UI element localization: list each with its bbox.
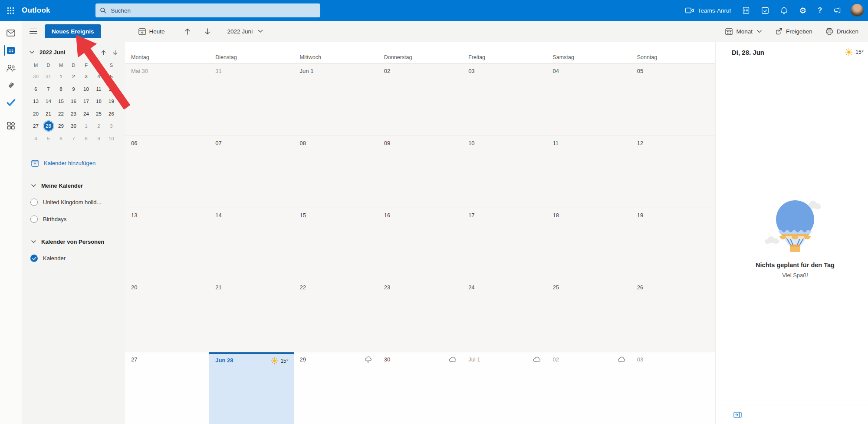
mini-calendar-day[interactable]: 14: [42, 95, 55, 108]
day-cell[interactable]: 31: [209, 64, 293, 136]
mini-calendar-day[interactable]: 2: [92, 120, 105, 132]
mini-calendar-day[interactable]: 6: [55, 132, 67, 145]
day-cell[interactable]: 26: [631, 280, 715, 352]
mini-calendar-day[interactable]: 12: [105, 83, 118, 96]
day-cell[interactable]: 29: [294, 352, 378, 424]
feed-button[interactable]: [736, 0, 756, 21]
mini-calendar-day[interactable]: 29: [55, 120, 67, 132]
share-button[interactable]: Freigeben: [775, 27, 812, 35]
search-bar[interactable]: [95, 3, 320, 17]
calendar-visibility-toggle-checked[interactable]: [30, 255, 38, 262]
add-calendar-link[interactable]: Kalender hinzufügen: [31, 159, 125, 167]
day-cell[interactable]: 23: [378, 280, 462, 352]
day-cell[interactable]: 09: [378, 136, 462, 208]
mini-calendar-day[interactable]: 6: [30, 83, 42, 96]
mini-calendar-day[interactable]: 10: [105, 132, 118, 145]
day-cell[interactable]: 18: [546, 208, 631, 280]
calendar-item-kalender[interactable]: Kalender: [30, 255, 125, 262]
calendar-item-birthdays[interactable]: Birthdays: [30, 215, 125, 223]
calendar-visibility-toggle[interactable]: [30, 215, 38, 223]
day-cell[interactable]: 22: [294, 280, 378, 352]
mini-calendar-day[interactable]: 7: [67, 132, 80, 145]
day-cell[interactable]: 02: [378, 64, 462, 136]
period-selector[interactable]: 2022 Juni: [227, 28, 263, 35]
mini-calendar-day[interactable]: 31: [42, 70, 55, 83]
rail-people-button[interactable]: [0, 59, 22, 76]
calendar-visibility-toggle[interactable]: [30, 199, 38, 206]
mini-calendar-day[interactable]: 5: [42, 132, 55, 145]
new-event-button[interactable]: Neues Ereignis: [45, 24, 101, 38]
mini-calendar-day[interactable]: 16: [67, 95, 80, 108]
day-cell[interactable]: 05: [631, 64, 715, 136]
settings-button[interactable]: ⚙: [793, 0, 812, 21]
day-cell[interactable]: 07: [209, 136, 293, 208]
day-cell[interactable]: 30: [378, 352, 462, 424]
day-cell[interactable]: 03: [462, 64, 546, 136]
rail-calendar-button[interactable]: [0, 42, 22, 59]
user-avatar[interactable]: [851, 4, 864, 17]
today-button[interactable]: Heute: [138, 28, 165, 35]
day-cell[interactable]: 03: [631, 352, 715, 424]
mini-calendar-day[interactable]: 25: [92, 108, 105, 120]
mini-calendar-day[interactable]: 3: [80, 70, 92, 83]
day-cell[interactable]: 14: [209, 208, 293, 280]
day-cell[interactable]: 25: [546, 280, 631, 352]
rail-more-apps-button[interactable]: [0, 117, 22, 134]
mini-calendar-day[interactable]: 24: [80, 108, 92, 120]
mini-calendar-day[interactable]: 9: [67, 83, 80, 96]
mini-calendar-day[interactable]: 4: [30, 132, 42, 145]
day-cell[interactable]: 04: [546, 64, 631, 136]
collapse-chevron-icon[interactable]: [30, 51, 34, 54]
day-cell[interactable]: 02: [546, 352, 631, 424]
view-selector[interactable]: Monat: [725, 28, 762, 35]
mini-calendar-day[interactable]: 7: [42, 83, 55, 96]
section-my-calendars[interactable]: Meine Kalender: [31, 182, 125, 189]
day-cell[interactable]: 10: [462, 136, 546, 208]
day-cell[interactable]: 13: [125, 208, 209, 280]
dock-panel-icon[interactable]: [733, 412, 742, 418]
rail-files-button[interactable]: [0, 76, 22, 94]
previous-period-button[interactable]: [184, 28, 191, 35]
mini-calendar-day[interactable]: 26: [105, 108, 118, 120]
mini-prev-month-icon[interactable]: [101, 50, 106, 56]
day-cell[interactable]: 16: [378, 208, 462, 280]
day-cell-selected[interactable]: Jun 2815°: [209, 352, 293, 424]
day-cell[interactable]: 15: [294, 208, 378, 280]
day-cell[interactable]: 19: [631, 208, 715, 280]
section-peoples-calendars[interactable]: Kalender von Personen: [31, 238, 125, 245]
day-cell[interactable]: Jun 1: [294, 64, 378, 136]
calendar-item-uk-holidays[interactable]: United Kingdom holid...: [30, 199, 125, 206]
day-cell[interactable]: 17: [462, 208, 546, 280]
notifications-button[interactable]: [775, 0, 793, 21]
mini-calendar-day-selected[interactable]: 28: [42, 120, 55, 132]
mini-calendar-day[interactable]: 27: [30, 120, 42, 132]
mini-calendar-day[interactable]: 4: [92, 70, 105, 83]
app-launcher-icon[interactable]: [0, 0, 21, 21]
rail-todo-button[interactable]: [0, 94, 22, 111]
mini-calendar-day[interactable]: 20: [30, 108, 42, 120]
mini-calendar-day[interactable]: 1: [80, 120, 92, 132]
my-day-button[interactable]: [756, 0, 775, 21]
day-cell[interactable]: Jul 1: [462, 352, 546, 424]
next-period-button[interactable]: [204, 28, 211, 35]
mini-calendar-day[interactable]: 19: [105, 95, 118, 108]
mini-calendar-day[interactable]: 17: [80, 95, 92, 108]
mini-next-month-icon[interactable]: [112, 50, 118, 56]
mini-calendar-day[interactable]: 22: [55, 108, 67, 120]
mini-calendar-day[interactable]: 8: [55, 83, 67, 96]
day-cell[interactable]: 12: [631, 136, 715, 208]
teams-call-button[interactable]: Teams-Anruf: [680, 0, 737, 21]
help-button[interactable]: ?: [812, 0, 828, 21]
day-cell[interactable]: 21: [209, 280, 293, 352]
mini-calendar-day[interactable]: 23: [67, 108, 80, 120]
mini-calendar-day[interactable]: 15: [55, 95, 67, 108]
mini-calendar-day[interactable]: 30: [67, 120, 80, 132]
mini-calendar-day[interactable]: 21: [42, 108, 55, 120]
search-input[interactable]: [111, 7, 316, 14]
mini-calendar-day[interactable]: 13: [30, 95, 42, 108]
mini-calendar-day[interactable]: 11: [92, 83, 105, 96]
day-cell[interactable]: 06: [125, 136, 209, 208]
mini-calendar-day[interactable]: 5: [105, 70, 118, 83]
mini-calendar-day[interactable]: 8: [80, 132, 92, 145]
day-cell[interactable]: 27: [125, 352, 209, 424]
